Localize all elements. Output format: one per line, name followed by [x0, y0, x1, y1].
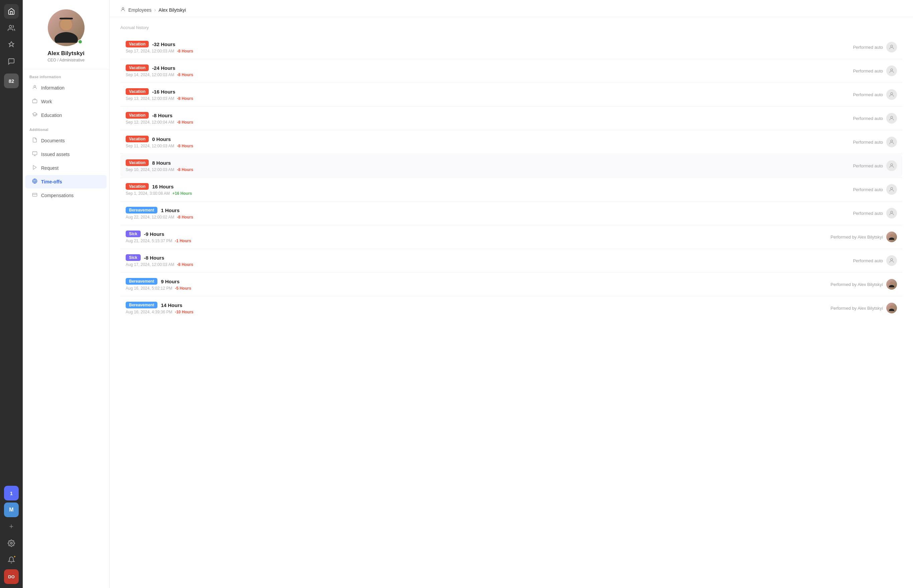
history-meta: Sep 17, 2024, 12:00:03 AM -8 Hours: [126, 49, 853, 53]
history-row: Sick -8 Hours Aug 17, 2024, 12:00:03 AM …: [120, 250, 902, 271]
breadcrumb: Employees › Alex Bilytskyi: [110, 0, 913, 17]
badge-vacation: Vacation: [126, 65, 149, 71]
nav-settings-icon[interactable]: [4, 536, 19, 551]
nav-add-icon[interactable]: +: [4, 519, 19, 534]
history-row: Vacation -32 Hours Sep 17, 2024, 12:00:0…: [120, 36, 902, 58]
svg-point-3: [55, 32, 78, 43]
history-meta: Sep 10, 2024, 12:00:03 AM -8 Hours: [126, 167, 853, 172]
history-row-right: Performed auto: [853, 184, 897, 195]
svg-rect-9: [32, 152, 37, 155]
history-row-right: Performed auto: [853, 137, 897, 147]
history-row-right: Performed auto: [853, 42, 897, 52]
history-row: Sick -9 Hours Aug 21, 2024, 5:15:37 PM -…: [120, 226, 902, 248]
svg-point-0: [10, 25, 12, 28]
performer-label: Performed by Alex Bilytskyi: [831, 282, 883, 287]
sidebar: Alex Bilytskyi CEO / Administrative Base…: [23, 0, 110, 588]
performer-avatar: [886, 66, 897, 76]
online-indicator: [78, 39, 82, 44]
performer-avatar: [886, 303, 897, 313]
history-row: Vacation -8 Hours Sep 12, 2024, 12:00:04…: [120, 107, 902, 129]
history-row-left: Vacation 0 Hours Sep 11, 2024, 12:00:03 …: [126, 136, 853, 148]
history-date: Sep 13, 2024, 12:00:03 AM: [126, 96, 174, 101]
svg-point-6: [34, 86, 36, 87]
history-top: Bereavement 14 Hours: [126, 302, 831, 309]
row-divider: [120, 272, 902, 273]
badge-vacation: Vacation: [126, 183, 149, 190]
history-row: Vacation 8 Hours Sep 10, 2024, 12:00:03 …: [120, 155, 902, 177]
people-nav-icon[interactable]: [4, 21, 19, 36]
history-row-right: Performed auto: [853, 89, 897, 100]
sidebar-item-compensations[interactable]: Compensations: [26, 189, 107, 202]
nav-badge-82[interactable]: 82: [4, 73, 19, 88]
history-delta: -8 Hours: [177, 49, 193, 53]
history-row-right: Performed auto: [853, 208, 897, 218]
history-row: Vacation 0 Hours Sep 11, 2024, 12:00:03 …: [120, 131, 902, 153]
performer-avatar: [886, 89, 897, 100]
history-top: Sick -9 Hours: [126, 231, 831, 237]
history-row-right: Performed by Alex Bilytskyi: [831, 303, 897, 313]
nav-notifications-icon[interactable]: [4, 552, 19, 567]
sidebar-item-time-offs[interactable]: Time-offs: [26, 175, 107, 189]
performer-avatar: [886, 113, 897, 124]
arrow-right-icon: [32, 165, 37, 171]
history-meta: Sep 11, 2024, 12:00:03 AM -8 Hours: [126, 144, 853, 148]
document-icon: [32, 137, 37, 144]
nav-badge-1[interactable]: 1: [4, 486, 19, 501]
badge-bereavement: Bereavement: [126, 278, 157, 285]
history-delta: +16 Hours: [173, 191, 192, 196]
home-nav-icon[interactable]: [4, 4, 19, 19]
history-meta: Sep 12, 2024, 12:00:04 AM -8 Hours: [126, 120, 853, 124]
history-date: Sep 17, 2024, 12:00:03 AM: [126, 49, 174, 53]
svg-point-26: [890, 234, 893, 237]
svg-point-27: [889, 237, 894, 240]
history-top: Bereavement 9 Hours: [126, 278, 831, 285]
sidebar-section-base: Base information Information Work Educat…: [23, 69, 109, 122]
history-top: Vacation -8 Hours: [126, 112, 853, 119]
rocket-nav-icon[interactable]: [4, 37, 19, 52]
history-hours: -16 Hours: [152, 89, 175, 95]
history-row-left: Sick -9 Hours Aug 21, 2024, 5:15:37 PM -…: [126, 231, 831, 243]
breadcrumb-employees-link[interactable]: Employees: [128, 7, 151, 13]
performer-avatar: [886, 42, 897, 52]
performer-label: Performed by Alex Bilytskyi: [831, 234, 883, 239]
history-hours: -24 Hours: [152, 65, 175, 71]
sidebar-item-issued-assets[interactable]: Issued assets: [26, 148, 107, 161]
performer-avatar: [886, 137, 897, 147]
nav-do-avatar[interactable]: DO: [4, 569, 19, 584]
performer-label: Performed auto: [853, 140, 883, 145]
svg-point-31: [890, 305, 893, 309]
history-meta: Aug 17, 2024, 12:00:03 AM -8 Hours: [126, 262, 853, 267]
svg-point-28: [890, 258, 893, 260]
monitor-icon: [32, 151, 37, 158]
svg-point-18: [890, 45, 893, 47]
badge-sick: Sick: [126, 231, 141, 237]
history-top: Vacation -16 Hours: [126, 88, 853, 95]
chat-nav-icon[interactable]: [4, 54, 19, 69]
performer-avatar: [886, 255, 897, 266]
history-meta: Sep 13, 2024, 12:00:03 AM -8 Hours: [126, 96, 853, 101]
performer-label: Performed auto: [853, 187, 883, 192]
sidebar-item-education[interactable]: Education: [26, 108, 107, 122]
svg-point-30: [889, 285, 894, 287]
sidebar-item-request[interactable]: Request: [26, 162, 107, 175]
history-date: Sep 1, 2024, 3:00:08 AM: [126, 191, 170, 196]
history-hours: 16 Hours: [152, 184, 173, 189]
history-date: Aug 16, 2024, 5:02:12 PM: [126, 286, 172, 291]
history-row: Vacation 16 Hours Sep 1, 2024, 3:00:08 A…: [120, 178, 902, 200]
accrual-history-title: Accrual history: [120, 25, 902, 30]
row-divider: [120, 106, 902, 107]
profile-name: Alex Bilytskyi: [47, 50, 84, 57]
performer-label: Performed auto: [853, 116, 883, 121]
history-delta: -8 Hours: [177, 144, 193, 148]
history-meta: Aug 22, 2024, 12:00:02 AM -8 Hours: [126, 215, 853, 220]
sidebar-item-work[interactable]: Work: [26, 95, 107, 108]
history-row: Vacation -16 Hours Sep 13, 2024, 12:00:0…: [120, 84, 902, 105]
content-area: Accrual history Vacation -32 Hours Sep 1…: [110, 17, 913, 588]
svg-point-22: [890, 140, 893, 142]
nav-avatar-m[interactable]: M: [4, 502, 19, 517]
history-row: Bereavement 9 Hours Aug 16, 2024, 5:02:1…: [120, 273, 902, 296]
sidebar-item-documents[interactable]: Documents: [26, 134, 107, 147]
performer-label: Performed auto: [853, 258, 883, 263]
history-hours: 9 Hours: [161, 279, 179, 284]
sidebar-item-information[interactable]: Information: [26, 81, 107, 95]
